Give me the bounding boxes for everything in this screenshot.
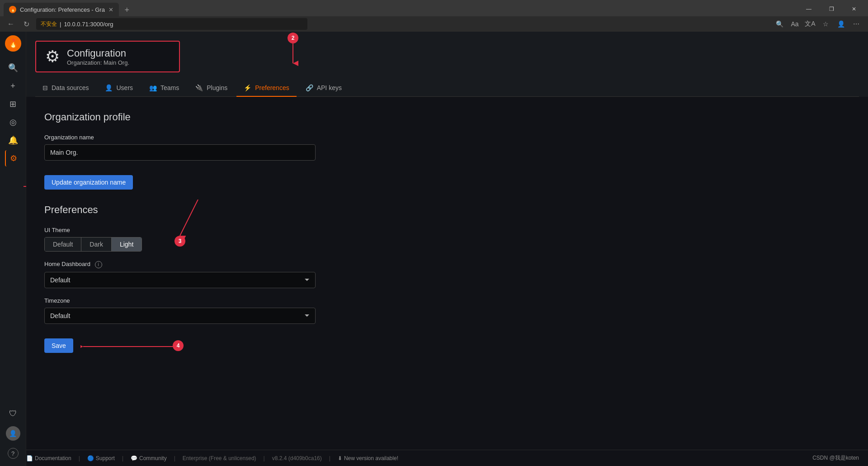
theme-group: Default Dark Light xyxy=(44,237,142,252)
tab-plugins[interactable]: 🔌 Plugins xyxy=(188,80,235,97)
sidebar-item-shield[interactable]: 🛡 xyxy=(5,405,21,422)
more-btn[interactable]: ⋯ xyxy=(850,18,863,30)
tab-datasources[interactable]: ⊟ Data sources xyxy=(35,80,96,97)
grafana-logo[interactable]: 🔥 xyxy=(5,35,21,52)
annotation-circle-3: 3 xyxy=(175,236,185,247)
footer-community-link[interactable]: 💬 Community xyxy=(131,455,167,461)
timezone-field-group: Timezone Default xyxy=(44,297,850,324)
users-icon: 👤 xyxy=(105,84,113,91)
footer-sep-3: | xyxy=(174,455,175,461)
tab-close-btn[interactable]: ✕ xyxy=(108,6,113,13)
window-controls: — ❒ ✕ xyxy=(798,3,864,15)
sidebar-item-create[interactable]: + xyxy=(5,78,21,94)
sidebar-item-user[interactable]: 👤 xyxy=(5,425,21,442)
shield-icon: 🛡 xyxy=(9,409,17,418)
footer-user-label: CSDN @我是koten xyxy=(812,454,859,462)
tab-title: Configuration: Preferences - Gra xyxy=(20,6,105,13)
tab-apikeys-label: API keys xyxy=(317,84,342,91)
reader-btn[interactable]: Aa xyxy=(788,18,801,30)
annotation-4: 4 xyxy=(80,342,180,351)
browser-actions: 🔍 Aa 文A ☆ 👤 ⋯ xyxy=(773,18,863,30)
sidebar-item-alerting[interactable]: 🔔 xyxy=(5,132,21,148)
download-icon: ⬇ xyxy=(338,455,342,461)
theme-light-btn[interactable]: Light xyxy=(112,238,142,251)
footer-enterprise-label: Enterprise (Free & unlicensed) xyxy=(183,455,256,461)
tab-preferences[interactable]: ⚡ Preferences xyxy=(236,80,296,97)
footer-sep-4: | xyxy=(264,455,265,461)
arrow-2-svg xyxy=(279,36,307,72)
save-button[interactable]: Save xyxy=(44,338,73,353)
timezone-select[interactable]: Default xyxy=(44,308,316,324)
maximize-btn[interactable]: ❒ xyxy=(821,3,842,15)
update-org-name-button[interactable]: Update organization name xyxy=(44,175,133,190)
tab-apikeys[interactable]: 🔗 API keys xyxy=(298,80,349,97)
profile-btn[interactable]: 👤 xyxy=(835,18,847,30)
search-btn[interactable]: 🔍 xyxy=(773,18,786,30)
save-section: Save 4 xyxy=(44,338,73,353)
create-icon: + xyxy=(10,81,15,91)
minimize-btn[interactable]: — xyxy=(798,3,819,15)
back-btn[interactable]: ← xyxy=(5,19,16,29)
help-icon: ? xyxy=(8,448,19,459)
close-btn[interactable]: ✕ xyxy=(844,3,864,15)
home-dashboard-label: Home Dashboard i xyxy=(44,261,850,268)
config-gear-icon: ⚙ xyxy=(45,47,60,66)
translate-btn[interactable]: 文A xyxy=(804,18,816,30)
page-header: ⚙ Configuration Organization: Main Org. xyxy=(26,32,868,97)
config-title-group: Configuration Organization: Main Org. xyxy=(67,48,129,66)
sidebar-item-dashboards[interactable]: ⊞ xyxy=(5,96,21,112)
doc-icon: 📄 xyxy=(26,455,33,461)
org-name-input[interactable] xyxy=(44,144,316,161)
search-icon: 🔍 xyxy=(8,63,18,73)
sidebar-item-explore[interactable]: ◎ xyxy=(5,114,21,130)
sidebar-item-settings[interactable]: ⚙ xyxy=(5,150,21,166)
content-area: Organization profile Organization name U… xyxy=(26,97,868,450)
sidebar: 🔥 🔍 + ⊞ ◎ 🔔 ⚙ xyxy=(0,32,26,466)
theme-dark-btn[interactable]: Dark xyxy=(81,238,112,251)
footer-new-version-link[interactable]: ⬇ New version available! xyxy=(338,455,398,461)
annotation-2: 2 xyxy=(279,36,307,74)
home-dashboard-info-icon[interactable]: i xyxy=(95,261,102,268)
arrow-4-svg xyxy=(80,342,180,351)
tab-preferences-label: Preferences xyxy=(255,84,289,91)
footer-support-link[interactable]: 🔵 Support xyxy=(87,455,115,461)
sidebar-bottom: 🛡 👤 ? xyxy=(5,404,21,462)
preferences-title: Preferences xyxy=(44,204,850,216)
documentation-label: Documentation xyxy=(35,455,71,461)
footer-sep-1: | xyxy=(79,455,80,461)
ui-theme-field-group: UI Theme Default Dark Light xyxy=(44,227,850,252)
main-content: ⚙ Configuration Organization: Main Org. xyxy=(26,32,868,466)
url-bar[interactable]: 不安全 | 10.0.0.71:3000/org xyxy=(36,18,307,30)
url-text: 10.0.0.71:3000/org xyxy=(64,21,113,28)
theme-default-btn[interactable]: Default xyxy=(45,238,81,251)
explore-icon: ◎ xyxy=(9,117,17,127)
config-title: Configuration xyxy=(67,48,129,59)
refresh-btn[interactable]: ↻ xyxy=(21,19,32,29)
home-dashboard-select[interactable]: Default xyxy=(44,272,316,288)
new-tab-button[interactable]: + xyxy=(121,4,133,16)
tab-teams[interactable]: 👥 Teams xyxy=(142,80,186,97)
support-icon: 🔵 xyxy=(87,455,94,461)
active-tab[interactable]: 🔥 Configuration: Preferences - Gra ✕ xyxy=(4,3,119,16)
annotation-circle-2: 2 xyxy=(288,33,298,43)
dashboards-icon: ⊞ xyxy=(9,99,16,109)
bookmark-btn[interactable]: ☆ xyxy=(819,18,832,30)
url-warning: 不安全 xyxy=(41,20,57,28)
alerting-icon: 🔔 xyxy=(8,135,18,145)
tab-users[interactable]: 👤 Users xyxy=(98,80,140,97)
org-name-field-group: Organization name xyxy=(44,134,850,161)
avatar: 👤 xyxy=(6,426,20,441)
ui-theme-label: UI Theme xyxy=(44,227,850,233)
footer: 📄 Documentation | 🔵 Support | 💬 Communit… xyxy=(26,450,868,466)
annotation-circle-4: 4 xyxy=(173,340,184,351)
sidebar-item-help[interactable]: ? xyxy=(5,445,21,461)
new-version-label: New version available! xyxy=(344,455,398,461)
teams-icon: 👥 xyxy=(149,84,157,91)
url-separator: | xyxy=(60,21,61,28)
sidebar-item-search[interactable]: 🔍 xyxy=(5,60,21,76)
home-dashboard-field-group: Home Dashboard i Default xyxy=(44,261,850,288)
footer-sep-2: | xyxy=(122,455,123,461)
footer-documentation-link[interactable]: 📄 Documentation xyxy=(26,455,71,461)
timezone-label: Timezone xyxy=(44,297,850,304)
footer-sep-5: | xyxy=(329,455,330,461)
